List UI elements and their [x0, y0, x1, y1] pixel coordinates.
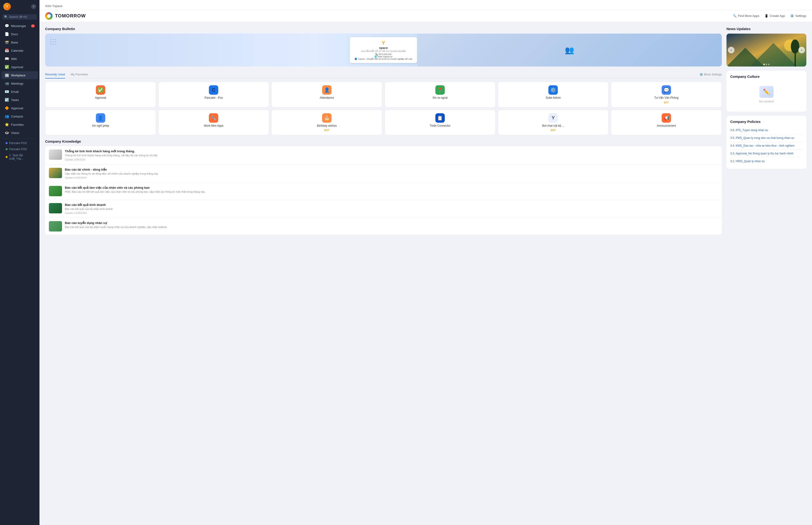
svg-point-6 — [50, 44, 51, 45]
app-name-xin-nghi-phep: Xin nghỉ phép — [92, 124, 109, 128]
block-settings-button[interactable]: ⚙️ Block Settings — [700, 73, 722, 76]
bulletin-banner[interactable]: Y space CHUYỂN ĐỔI SỐ VÀ TỐI ƯU DOANH NG… — [45, 34, 722, 66]
app-card-suite-admin[interactable]: ⚙️ Suite Admin — [498, 82, 609, 107]
svg-point-8 — [55, 44, 56, 45]
news-image — [726, 34, 806, 66]
svg-point-1 — [53, 39, 54, 40]
policies-section: Company Policies 3.6. ATS_Tuyen dung nha… — [726, 116, 806, 169]
sidebar-item-tasks[interactable]: ☑️ Tasks — [1, 96, 38, 104]
policy-item-3[interactable]: 3.3. Approval_He thong quan ly thu tuc h… — [730, 150, 802, 158]
news-dot-1 — [763, 64, 765, 65]
nav-icon-vision: 👁️ — [5, 131, 9, 135]
nav-label-contacts: Contacts — [11, 115, 23, 118]
block-settings-icon: ⚙️ — [700, 73, 703, 76]
sidebar-item-docs[interactable]: 📄 Docs — [1, 30, 38, 38]
nav-label-tasks: Tasks — [11, 98, 19, 102]
sidebar-item-email[interactable]: 📧 Email — [1, 88, 38, 96]
nav-items: 💬 Messenger 7 📄 Docs 🗃️ Base 📅 Calendar … — [0, 21, 40, 137]
knowledge-title: Company Knowledge — [45, 139, 722, 144]
sidebar-item-favorites[interactable]: ⭐ Favorites — [1, 121, 38, 129]
knowledge-thumb-1 — [49, 149, 62, 160]
sub-label-0: Pancake POS — [9, 141, 27, 145]
knowledge-item-5[interactable]: Báo cáo tuyển dụng nhân sự Báo cáo kết q… — [45, 218, 722, 235]
sidebar-item-messenger[interactable]: 💬 Messenger 7 — [1, 22, 38, 30]
sidebar-item-wiki[interactable]: 📖 Wiki — [1, 55, 38, 63]
knowledge-title-4: Báo cáo kết quả kinh doanh — [65, 203, 718, 207]
bulletin-section: Company Bulletin — [45, 27, 722, 66]
sidebar-item-contacts[interactable]: 👥 Contacts — [1, 112, 38, 120]
knowledge-text-1: Thống kê tình hình khách hàng mới trong … — [65, 149, 718, 161]
sidebar-item-vision[interactable]: 👁️ Vision — [1, 129, 38, 137]
tab-my-favorites[interactable]: My Favorites — [71, 71, 88, 78]
knowledge-desc-2: Cập nhật các thông tin về dòng tiền, tài… — [65, 172, 718, 176]
app-card-work-mini-apps[interactable]: 🔧 Work Mini Apps — [158, 110, 269, 135]
nav-icon-meetings: 📹 — [5, 81, 9, 86]
knowledge-item-2[interactable]: Báo cáo tài chính - dòng tiền Cập nhật c… — [45, 165, 722, 183]
nav-icon-favorites: ⭐ — [5, 122, 9, 127]
banner-image: Y space CHUYỂN ĐỔI SỐ VÀ TỐI ƯU DOANH NG… — [45, 34, 722, 66]
nav-icon-contacts: 👥 — [5, 114, 9, 118]
knowledge-desc-4: Báo cáo kết quả của bộ phận kinh doanh — [65, 207, 718, 211]
policy-item-0[interactable]: 3.6. ATS_Tuyen dung nhan su — [730, 126, 802, 134]
app-card-tu-van-van-phong[interactable]: 💬 Tư Vấn Văn Phòng BOT — [611, 82, 722, 107]
sidebar-item-approval2[interactable]: 🔶 Approval — [1, 104, 38, 112]
sidebar-item-workplace[interactable]: 🏢 Workplace — [1, 71, 38, 79]
app-card-approval[interactable]: ✅ Approval — [45, 82, 156, 107]
app-title: TOMORROW — [55, 13, 86, 18]
knowledge-item-3[interactable]: Báo cáo kết quả làm việc của nhân viên v… — [45, 183, 722, 200]
news-next-button[interactable]: › — [798, 47, 805, 53]
logo-inner — [47, 14, 51, 18]
add-workspace-button[interactable]: + — [31, 4, 36, 9]
create-app-button[interactable]: 📱 Create App — [765, 14, 785, 18]
sidebar-item-base[interactable]: 🗃️ Base — [1, 38, 38, 46]
app-card-announcement[interactable]: 📢 Announcement — [611, 110, 722, 135]
left-column: Company Bulletin — [45, 27, 722, 235]
news-dot-2 — [766, 64, 767, 65]
avatar[interactable]: Y — [3, 3, 11, 10]
main-area: Xóm Yspace TOMORROW 🔍 Find More Apps 📱 C… — [40, 0, 812, 525]
app-grid: ✅ Approval C Pancake - Pos 👤 Attendance … — [45, 82, 722, 135]
news-prev-button[interactable]: ‹ — [728, 47, 734, 53]
search-bar[interactable]: 🔍 Search (⌘+K) — [2, 14, 37, 20]
sidebar-sub-item-0[interactable]: Pancake POS — [0, 140, 40, 146]
policy-item-2[interactable]: 3.4. KMS_Dao tao - chia se kien thuc - k… — [730, 142, 802, 150]
sidebar-item-meetings[interactable]: 📹 Meetings — [1, 79, 38, 87]
app-name-announcement: Announcement — [657, 124, 676, 128]
knowledge-item-1[interactable]: Thống kê tình hình khách hàng mới trong … — [45, 146, 722, 164]
app-badge-tu-van-van-phong: BOT — [664, 101, 669, 104]
policy-item-1[interactable]: 3.5. PMS_Quan ly cong viec va chat luong… — [730, 134, 802, 142]
app-card-attendance[interactable]: 👤 Attendance — [271, 82, 382, 107]
app-name-work-mini-apps: Work Mini Apps — [204, 124, 224, 128]
app-card-birthday-wishes[interactable]: 🎂 Birthday wishes BOT — [271, 110, 382, 135]
banner-yspace-logo: Y space CHUYỂN ĐỔI SỐ VÀ TỐI ƯU DOANH NG… — [350, 37, 417, 63]
app-card-pancake-pos[interactable]: C Pancake - Pos — [158, 82, 269, 107]
svg-point-4 — [53, 41, 54, 42]
nav-label-email: Email — [11, 90, 19, 93]
knowledge-desc-3: PMS: Báo cáo chi tiết kết quả làm việc c… — [65, 190, 718, 194]
sidebar-sub-item-1[interactable]: Pancake POS — [0, 146, 40, 152]
knowledge-item-4[interactable]: Báo cáo kết quả kinh doanh Báo cáo kết q… — [45, 200, 722, 218]
app-badge-bot-chat-noi-bo: BOT — [551, 129, 556, 132]
sidebar-item-calendar[interactable]: 📅 Calendar — [1, 46, 38, 55]
culture-no-content: No content — [759, 100, 774, 103]
app-card-trello-connector[interactable]: 📋 Trello Connector — [385, 110, 495, 135]
sidebar-sub-item-2[interactable]: 1. Task đột xuất_Ysp... — [0, 152, 40, 162]
knowledge-title-5: Báo cáo tuyển dụng nhân sự — [65, 221, 718, 225]
find-more-apps-button[interactable]: 🔍 Find More Apps — [733, 14, 760, 18]
knowledge-text-5: Báo cáo tuyển dụng nhân sự Báo cáo kết q… — [65, 221, 718, 229]
nav-icon-workplace: 🏢 — [5, 73, 9, 77]
app-card-xin-ra-ngoai[interactable]: 📍 Xin ra ngoài — [385, 82, 495, 107]
workspace-name[interactable]: Xóm Yspace — [45, 2, 62, 10]
svg-point-5 — [55, 41, 56, 42]
nav-label-approval: Approval — [11, 65, 23, 69]
app-card-xin-nghi-phep[interactable]: 👤 Xin nghỉ phép — [45, 110, 156, 135]
culture-section: Company Culture ✏️ No content — [726, 71, 806, 111]
app-card-bot-chat-noi-bo[interactable]: Y Bot chat nội bộ ... BOT — [498, 110, 609, 135]
tab-recently-used[interactable]: Recently Used — [45, 71, 65, 78]
sidebar-item-approval[interactable]: ✅ Approval — [1, 63, 38, 71]
sub-dot-2 — [6, 156, 7, 158]
policy-item-4[interactable]: 3.2. HRIS_Quan ly nhan su — [730, 158, 802, 165]
culture-empty: ✏️ No content — [730, 81, 802, 108]
settings-button[interactable]: ⚙️ Settings — [790, 14, 806, 18]
sub-label-2: 1. Task đột xuất_Ysp... — [9, 154, 36, 160]
